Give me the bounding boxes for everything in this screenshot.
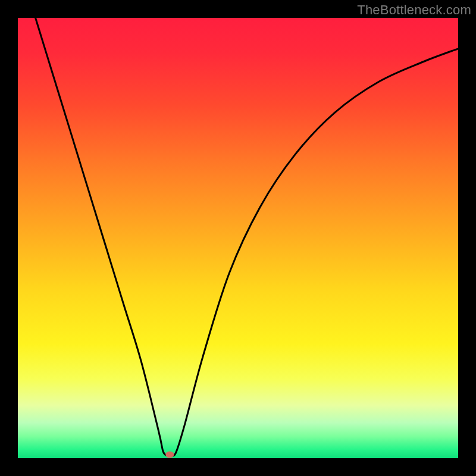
watermark-text: TheBottleneck.com [357, 2, 471, 18]
plot-area [18, 18, 458, 458]
bottleneck-curve [36, 18, 458, 456]
chart-frame: TheBottleneck.com [0, 0, 476, 476]
marker-dot [165, 452, 174, 458]
curve-svg [18, 18, 458, 458]
